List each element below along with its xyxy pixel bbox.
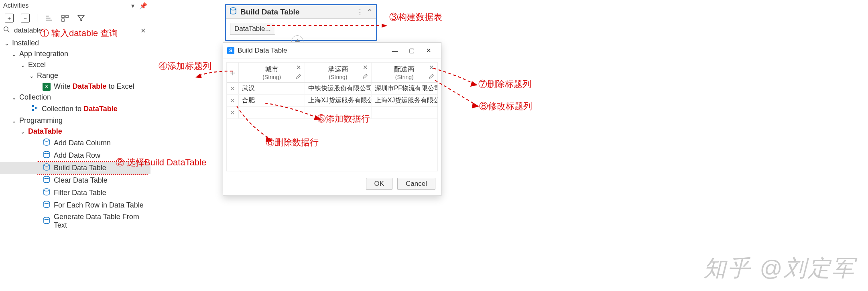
expand-icon[interactable]: ＋: [5, 14, 14, 22]
activity-label: Filter Data Table: [54, 189, 106, 197]
pin-icon[interactable]: 📌: [139, 2, 147, 10]
dialog-titlebar: S Build Data Table — ▢ ✕: [223, 43, 441, 59]
ok-button[interactable]: OK: [366, 178, 393, 190]
search-icon: [3, 26, 10, 35]
svg-point-4: [44, 139, 49, 141]
annotation-8: ⑧修改标题列: [479, 100, 532, 112]
activity-generate-data-table[interactable]: Generate Data Table From Text: [0, 212, 150, 231]
tree-label: Installed: [12, 39, 39, 47]
activity-add-data-column[interactable]: Add Data Column: [0, 137, 150, 149]
svg-point-10: [44, 217, 49, 220]
activity-for-each-row[interactable]: For Each Row in Data Table: [0, 199, 150, 212]
column-name: 配送商: [394, 65, 415, 74]
minimize-button[interactable]: —: [386, 45, 403, 56]
maximize-button[interactable]: ▢: [403, 45, 420, 56]
column-edit-icon[interactable]: [429, 73, 434, 81]
row-delete-icon[interactable]: ✕: [227, 95, 239, 106]
activity-label: Collection to DataTable: [42, 105, 118, 113]
sort-icon[interactable]: [45, 14, 53, 22]
tree-datatable-group[interactable]: ⌄DataTable: [0, 126, 150, 137]
activity-label: Generate Data Table From Text: [54, 213, 148, 230]
annotation-4: ④添加标题列: [159, 60, 211, 72]
activities-header: Activities ▾ 📌: [0, 0, 150, 11]
tree-app-integration[interactable]: ⌄App Integration: [0, 49, 150, 59]
close-button[interactable]: ✕: [420, 45, 437, 56]
tree-programming[interactable]: ⌄Programming: [0, 115, 150, 126]
column-header[interactable]: ✕ 城市 (String): [239, 63, 305, 82]
panel-title: Activities: [3, 2, 28, 9]
activity-clear-data-table[interactable]: Clear Data Table: [0, 174, 150, 187]
column-delete-icon[interactable]: ✕: [429, 64, 434, 71]
watermark: 知乎 @刘定军: [703, 253, 856, 284]
grid-cell[interactable]: [372, 107, 437, 118]
column-header[interactable]: ✕ 承运商 (String): [305, 63, 371, 82]
column-delete-icon[interactable]: ✕: [296, 64, 301, 71]
activity-label: Build Data Table: [54, 164, 106, 172]
svg-rect-2: [62, 19, 64, 21]
datatable-icon: [43, 175, 51, 185]
search-clear-icon[interactable]: ✕: [139, 27, 147, 35]
filter-icon[interactable]: [77, 14, 85, 22]
tree-label: Programming: [19, 116, 63, 125]
collapse-icon[interactable]: －: [21, 14, 30, 22]
column-name: 城市: [265, 65, 278, 74]
annotation-6: ⑥删除数据行: [266, 136, 319, 149]
grid-header: ＋ ✕ 城市 (String) ✕ 承运商 (String) ✕ 配送商 (St…: [227, 63, 437, 83]
svg-marker-17: [472, 102, 479, 108]
svg-marker-13: [195, 73, 202, 78]
card-title: Build Data Table: [240, 8, 353, 16]
collapse-icon[interactable]: ⌃: [367, 8, 373, 16]
grid-cell[interactable]: 合肥: [239, 95, 305, 106]
grid-cell[interactable]: 上海XJ货运服务有限公司: [305, 95, 371, 106]
grid-cell[interactable]: [239, 107, 305, 118]
column-type: (String): [262, 74, 281, 80]
activity-label: Clear Data Table: [54, 176, 108, 185]
tree-excel[interactable]: ⌄Excel: [0, 59, 150, 70]
annotation-3: ③构建数据表: [389, 11, 442, 23]
tree-range[interactable]: ⌄Range: [0, 70, 150, 81]
column-delete-icon[interactable]: ✕: [363, 64, 368, 71]
tree-collection[interactable]: ⌄Collection: [0, 92, 150, 103]
tree-label: DataTable: [28, 127, 62, 136]
column-type: (String): [395, 74, 414, 80]
activity-collection-to-datatable[interactable]: Collection to DataTable: [0, 103, 150, 115]
grid-row[interactable]: ✕ 合肥 上海XJ货运服务有限公司 上海XJ货运服务有限公司: [227, 95, 437, 107]
datatable-property-button[interactable]: DataTable...: [230, 23, 275, 35]
datatable-icon: [43, 163, 51, 173]
grid-row[interactable]: ✕ 武汉 中铁快运股份有限公司 深圳市PF物流有限公司: [227, 83, 437, 95]
activity-label: For Each Row in Data Table: [54, 201, 144, 210]
group-icon[interactable]: [61, 14, 69, 22]
collection-icon: [30, 104, 39, 114]
grid-cell[interactable]: 深圳市PF物流有限公司: [372, 83, 437, 94]
column-edit-icon[interactable]: [296, 73, 301, 81]
more-icon[interactable]: ⋮: [356, 8, 364, 16]
svg-marker-16: [470, 81, 478, 87]
tree-installed[interactable]: ⌄Installed: [0, 38, 150, 49]
annotation-5: ⑤添加数据行: [317, 113, 370, 125]
svg-point-8: [44, 189, 49, 191]
card-header: Build Data Table ⋮ ⌃: [226, 5, 376, 19]
row-delete-icon[interactable]: ✕: [227, 107, 239, 118]
activity-write-datatable-excel[interactable]: X Write DataTable to Excel: [0, 81, 150, 92]
svg-rect-0: [62, 15, 64, 18]
tree-label: Excel: [28, 61, 46, 69]
activities-toolbar: ＋ －: [0, 11, 150, 25]
annotation-1: ① 输入datable 查询: [40, 27, 118, 39]
add-column-button[interactable]: ＋: [227, 63, 239, 82]
grid-cell[interactable]: 武汉: [239, 83, 305, 94]
tree-label: App Integration: [19, 50, 68, 58]
cancel-button[interactable]: Cancel: [397, 178, 435, 190]
dialog-buttons: OK Cancel: [223, 173, 441, 195]
column-header[interactable]: ✕ 配送商 (String): [372, 63, 437, 82]
svg-point-11: [230, 8, 236, 10]
chevron-down-icon[interactable]: ▾: [131, 2, 134, 10]
toolbar-separator: [37, 14, 37, 22]
svg-point-7: [44, 176, 49, 179]
tree-label: Range: [37, 71, 58, 80]
activity-label: Write DataTable to Excel: [54, 82, 134, 91]
activity-filter-data-table[interactable]: Filter Data Table: [0, 187, 150, 199]
column-edit-icon[interactable]: [362, 73, 368, 81]
grid-cell[interactable]: 中铁快运股份有限公司: [305, 83, 371, 94]
grid-cell[interactable]: 上海XJ货运服务有限公司: [372, 95, 437, 106]
row-delete-icon[interactable]: ✕: [227, 83, 239, 94]
